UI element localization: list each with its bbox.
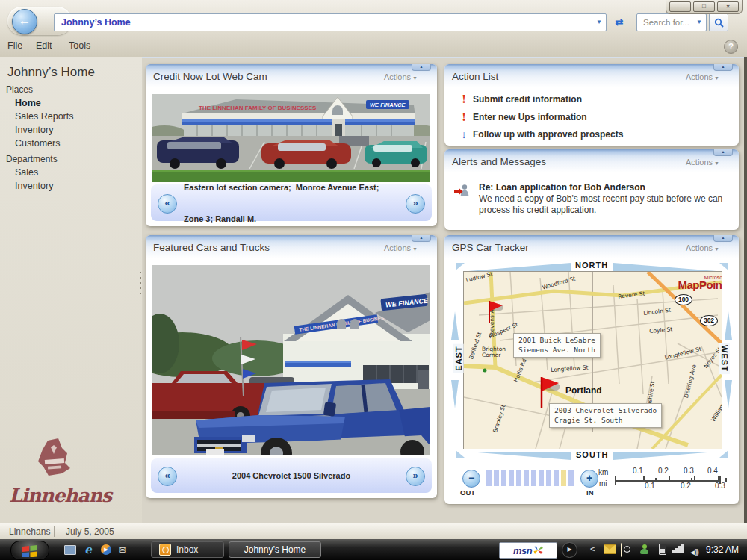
sidebar-item-inventory[interactable]: Inventory (15, 179, 142, 193)
vehicle-flag-icon (485, 299, 504, 326)
gps-map[interactable]: Ludlow StStevens AveWoodford StRevere St… (463, 271, 722, 449)
featured-previous-button[interactable]: « (158, 467, 177, 486)
tray-signal-icon[interactable] (672, 544, 684, 553)
refresh-icon: ⇄ (616, 16, 624, 28)
action-list-actions-menu[interactable]: Actions▼ (686, 72, 719, 81)
sidebar-item-sales[interactable]: Sales (15, 166, 142, 179)
action-item[interactable]: ↓Follow up with approved prospects (456, 128, 739, 140)
menu-edit[interactable]: Edit (36, 40, 52, 51)
sidebar-section: DepartmentsSalesInventory (0, 154, 142, 193)
close-button[interactable]: × (717, 1, 739, 12)
webcam-collapse-button[interactable]: ▲ (412, 64, 431, 71)
media-player-icon[interactable]: ▶ (99, 543, 114, 556)
arrow-down-icon: ↓ (456, 128, 471, 140)
help-button[interactable]: ? (724, 40, 738, 54)
zoom-level-bar[interactable] (546, 470, 551, 486)
zoom-level-bar[interactable] (524, 470, 529, 486)
zoom-level-bars[interactable] (486, 470, 574, 486)
panel-webcam-header: Credit Now Lot Web Cam Actions▼ ▲ (146, 64, 437, 88)
show-desktop-icon[interactable] (63, 543, 78, 556)
tray-messenger-icon[interactable] (639, 544, 649, 554)
minimize-button[interactable]: — (669, 1, 691, 12)
alerts-actions-menu[interactable]: Actions▼ (686, 158, 719, 167)
inbox-clock-icon (159, 544, 171, 556)
back-button[interactable]: ← (12, 9, 37, 34)
splitter-handle[interactable] (138, 272, 142, 302)
compass-south-label: SOUTH (576, 450, 609, 459)
menu-file[interactable]: File (7, 40, 22, 51)
zoom-level-bar[interactable] (516, 470, 521, 486)
start-button[interactable] (10, 541, 49, 560)
zoom-in-button[interactable]: + (580, 470, 598, 488)
address-dropdown-icon[interactable]: ▼ (592, 14, 606, 31)
gps-collapse-button[interactable]: ▲ (713, 235, 733, 242)
taskbar-toolbar-button[interactable]: ▶ (562, 542, 577, 558)
compass-west-label: WEST (719, 343, 730, 374)
menu-tools[interactable]: Tools (69, 40, 90, 51)
zoom-level-bar[interactable] (568, 470, 574, 486)
search-dropdown-icon[interactable]: ▼ (692, 14, 706, 31)
tray-chevron-icon[interactable]: < (590, 544, 595, 553)
maximize-button[interactable]: □ (693, 1, 715, 12)
mail-launch-icon[interactable]: ✉ (115, 543, 130, 556)
sidebar-item-sales-reports[interactable]: Sales Reports (15, 110, 142, 123)
tray-mail-icon[interactable] (604, 544, 616, 554)
featured-caption-bar: « 2004 Chevrolet 1500 Silverado » (151, 458, 432, 493)
alert-message[interactable]: Re: Loan application for Bob Anderson We… (453, 182, 728, 216)
search-button[interactable] (709, 13, 728, 31)
help-icon: ? (728, 42, 734, 51)
zoom-level-bar[interactable] (539, 470, 544, 486)
zoom-level-bar[interactable] (561, 470, 566, 486)
status-date: July 5, 2005 (66, 526, 114, 537)
msn-logo-text: msn (513, 545, 532, 556)
compass-corner (719, 450, 728, 458)
webcam-actions-menu[interactable]: Actions▼ (384, 72, 418, 81)
sidebar-item-home[interactable]: Home (15, 96, 142, 110)
gps-actions-menu[interactable]: Actions▼ (686, 243, 719, 252)
action-list-collapse-button[interactable]: ▲ (713, 64, 733, 71)
compass-wing (468, 263, 571, 271)
address-text: Johnny’s Home (55, 17, 592, 28)
scale-km-value: 0.2 (658, 467, 669, 475)
tray-clock-icon[interactable] (621, 544, 622, 557)
internet-explorer-icon[interactable]: e (81, 543, 96, 556)
zoom-out-button[interactable]: − (462, 470, 480, 488)
featured-next-button[interactable]: » (406, 467, 425, 486)
svg-text:THE LINNEHAN FAMILY OF BUSINES: THE LINNEHAN FAMILY OF BUSINESSES (199, 105, 317, 111)
address-bar[interactable]: Johnny’s Home ▼ (54, 13, 607, 31)
search-input[interactable]: Search for... ▼ (636, 13, 707, 31)
taskbar-button-inbox[interactable]: Inbox (151, 541, 224, 558)
sidebar-item-inventory[interactable]: Inventory (15, 123, 142, 137)
compass-corner (719, 263, 728, 270)
action-item[interactable]: !Enter new Ups information (456, 111, 739, 124)
msn-button[interactable]: msn (499, 542, 557, 559)
linnehans-emblem-icon (31, 438, 75, 480)
sidebar-section-label: Places (6, 84, 142, 95)
zoom-level-bar[interactable] (531, 470, 536, 486)
zoom-level-bar[interactable] (494, 470, 499, 486)
panel-webcam-title: Credit Now Lot Web Cam (153, 71, 267, 82)
tray-volume-icon[interactable]: ◄))) (689, 544, 698, 558)
compass-wing (468, 452, 571, 460)
status-divider (54, 526, 55, 537)
magnifier-icon (714, 18, 724, 28)
zoom-level-bar[interactable] (509, 470, 514, 486)
zoom-level-bar[interactable] (501, 470, 506, 486)
taskbar-button-johnnys-home[interactable]: Johnny’s Home (229, 541, 321, 558)
refresh-button[interactable]: ⇄ (610, 13, 629, 31)
action-item[interactable]: !Submit credit information (456, 93, 739, 106)
featured-collapse-button[interactable]: ▲ (412, 235, 431, 242)
sidebar-item-customers[interactable]: Customers (15, 137, 142, 150)
webcam-next-button[interactable]: » (406, 194, 425, 214)
panel-featured: Featured Cars and Trucks Actions▼ ▲ THE … (146, 235, 437, 498)
webcam-previous-button[interactable]: « (158, 194, 177, 214)
zoom-level-bar[interactable] (554, 470, 559, 486)
featured-actions-menu[interactable]: Actions▼ (384, 243, 418, 252)
window-chrome: ← Johnny’s Home ▼ ⇄ Search for... ▼ — □ … (0, 0, 747, 57)
vehicle-label-buick: 2001 Buick LeSabre Siemens Ave. North (513, 333, 601, 358)
tray-battery-icon[interactable] (659, 544, 666, 555)
action-item-label: Enter new Ups information (473, 112, 587, 122)
zoom-level-bar[interactable] (486, 470, 492, 486)
scale-tick (643, 476, 645, 480)
alerts-collapse-button[interactable]: ▲ (713, 149, 733, 156)
